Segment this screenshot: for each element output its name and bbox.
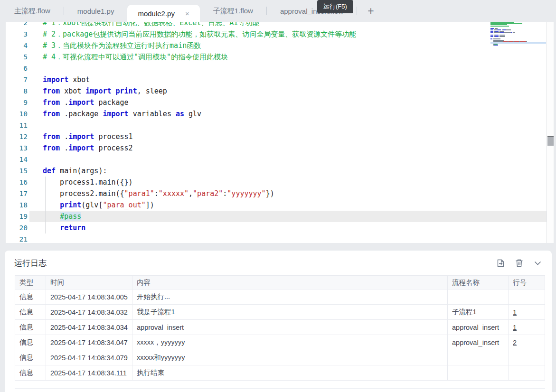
log-row[interactable]: 信息2025-04-17 14:08:34.111执行结束 xyxy=(15,365,545,381)
code-line[interactable]: 18 print(glv["para_out"]) xyxy=(6,199,554,211)
code-text: import xbot xyxy=(29,74,554,85)
editor-tab-bar: 主流程.flowmodule1.pymodule2.py×子流程1.flowap… xyxy=(0,0,556,22)
tab-子流程1-flow[interactable]: 子流程1.flow xyxy=(200,0,266,22)
minimap-line xyxy=(490,46,546,47)
log-row[interactable]: 信息2025-04-17 14:08:34.079xxxxx和yyyyyyy xyxy=(15,350,545,365)
code-text: process2.main({"para1":"xxxxx","para2":"… xyxy=(29,188,554,199)
tab-module2-py[interactable]: module2.py× xyxy=(127,5,199,22)
log-row[interactable]: 信息2025-04-17 14:08:34.032我是子流程1子流程11 xyxy=(15,305,545,320)
log-column-header: 类型 xyxy=(15,276,46,289)
minimap-line xyxy=(490,24,546,25)
log-process-cell: approval_insert xyxy=(448,320,509,335)
log-column-header: 流程名称 xyxy=(448,276,509,289)
code-line[interactable]: 16 process1.main({}) xyxy=(6,177,554,188)
code-line[interactable]: 6 xyxy=(6,63,554,74)
close-icon[interactable]: × xyxy=(185,10,189,17)
code-text: from .package import variables as glv xyxy=(29,108,554,120)
log-row[interactable]: 信息2025-04-17 14:08:34.034approval_insert… xyxy=(15,320,545,335)
log-process-cell: 子流程1 xyxy=(448,305,509,319)
minimap-line xyxy=(490,45,546,46)
line-number: 12 xyxy=(6,131,29,142)
log-content-cell: approval_insert xyxy=(132,320,448,335)
code-text: # 1．xbot包提供软件自动化、数据表格、Excel、日志、AI等功能 xyxy=(29,22,554,28)
editor-scrollbar[interactable] xyxy=(547,22,554,243)
log-time-cell: 2025-04-17 14:08:34.005 xyxy=(46,289,132,304)
trash-icon[interactable] xyxy=(515,259,524,268)
code-text: def main(args): xyxy=(29,165,554,177)
log-type-cell: 信息 xyxy=(15,365,46,380)
code-line[interactable]: 15def main(args): xyxy=(6,165,554,177)
line-number: 19 xyxy=(6,211,29,222)
tab-module1-py[interactable]: module1.py xyxy=(64,0,128,22)
log-time-cell: 2025-04-17 14:08:34.032 xyxy=(46,305,132,319)
log-row[interactable]: 信息2025-04-17 14:08:34.005开始执行... xyxy=(15,289,545,305)
code-text xyxy=(29,233,554,243)
line-number: 15 xyxy=(6,165,29,177)
code-text: # 3．当此模块作为流程独立运行时执行main函数 xyxy=(29,40,554,51)
tab-label: 子流程1.flow xyxy=(213,7,253,16)
code-line[interactable]: 9from .import package xyxy=(6,97,554,108)
tab-label: 主流程.flow xyxy=(14,7,50,16)
chevron-down-icon[interactable] xyxy=(533,259,542,268)
editor-scrollbar-thumb[interactable] xyxy=(547,136,554,146)
minimap-line xyxy=(490,27,546,28)
code-line[interactable]: 17 process2.main({"para1":"xxxxx","para2… xyxy=(6,188,554,199)
code-text: from xbot import print, sleep xyxy=(29,85,554,97)
line-number-link[interactable]: 1 xyxy=(513,308,517,316)
code-line[interactable]: 20 return xyxy=(6,222,554,233)
line-number: 8 xyxy=(6,85,29,97)
minimap-line xyxy=(490,22,546,23)
line-number: 18 xyxy=(6,199,29,211)
line-number-link[interactable]: 2 xyxy=(513,339,517,346)
minimap[interactable] xyxy=(490,22,546,74)
code-line[interactable]: 5# 4．可视化流程中可以通过"调用模块"的指令使用此模块 xyxy=(6,51,554,63)
log-lineno-cell xyxy=(509,365,545,380)
code-line[interactable]: 10from .package import variables as glv xyxy=(6,108,554,120)
run-tooltip-text: 运行(F5) xyxy=(323,2,347,11)
log-time-cell: 2025-04-17 14:08:34.047 xyxy=(46,335,132,350)
code-text: print(glv["para_out"]) xyxy=(29,199,554,211)
minimap-line xyxy=(490,37,546,38)
code-line[interactable]: 11 xyxy=(6,120,554,131)
log-column-header: 时间 xyxy=(46,276,132,289)
log-column-header: 内容 xyxy=(132,276,448,289)
export-log-icon[interactable] xyxy=(496,259,505,268)
log-time-cell: 2025-04-17 14:08:34.034 xyxy=(46,320,132,335)
code-line[interactable]: 12from .import process1 xyxy=(6,131,554,142)
log-type-cell: 信息 xyxy=(15,335,46,350)
tab-label: module2.py xyxy=(138,9,175,18)
tab-主流程-flow[interactable]: 主流程.flow xyxy=(1,0,64,22)
code-text xyxy=(29,63,554,74)
log-content-cell: 我是子流程1 xyxy=(132,305,448,319)
code-line[interactable]: 13from .import process2 xyxy=(6,142,554,154)
code-text: process1.main({}) xyxy=(29,177,554,188)
code-line[interactable]: 2# 1．xbot包提供软件自动化、数据表格、Excel、日志、AI等功能 xyxy=(6,22,554,28)
line-number: 14 xyxy=(6,154,29,165)
log-column-header: 行号 xyxy=(509,276,545,289)
code-text: # 4．可视化流程中可以通过"调用模块"的指令使用此模块 xyxy=(29,51,554,63)
add-tab-button[interactable]: + xyxy=(357,0,384,22)
code-line[interactable]: 19 #pass xyxy=(6,211,554,222)
log-content-cell: xxxxx，yyyyyyy xyxy=(132,335,448,350)
code-text: from .import package xyxy=(29,97,554,108)
log-process-cell xyxy=(448,365,509,380)
run-log-header: 运行日志 xyxy=(5,251,552,275)
line-number: 16 xyxy=(6,177,29,188)
minimap-line xyxy=(490,40,546,41)
line-number-link[interactable]: 1 xyxy=(513,324,517,331)
log-row[interactable]: 信息2025-04-17 14:08:34.047xxxxx，yyyyyyyap… xyxy=(15,335,545,350)
minimap-current-line xyxy=(490,42,546,44)
line-number: 20 xyxy=(6,222,29,233)
code-line[interactable]: 4# 3．当此模块作为流程独立运行时执行main函数 xyxy=(6,40,554,51)
code-editor[interactable]: 2# 1．xbot包提供软件自动化、数据表格、Excel、日志、AI等功能3# … xyxy=(6,22,554,243)
code-line[interactable]: 8from xbot import print, sleep xyxy=(6,85,554,97)
code-line[interactable]: 14 xyxy=(6,154,554,165)
code-line[interactable]: 7import xbot xyxy=(6,74,554,85)
log-lineno-cell: 1 xyxy=(509,305,545,319)
log-lineno-cell: 1 xyxy=(509,320,545,335)
run-log-table: 类型时间内容流程名称行号信息2025-04-17 14:08:34.005开始执… xyxy=(15,275,545,381)
log-content-cell: 开始执行... xyxy=(132,289,448,304)
table-bottom-divider xyxy=(15,388,545,389)
code-line[interactable]: 21 xyxy=(6,233,554,243)
code-line[interactable]: 3# 2．package包提供访问当前应用数据的功能，如获取元素、访问全局变量、… xyxy=(6,28,554,40)
